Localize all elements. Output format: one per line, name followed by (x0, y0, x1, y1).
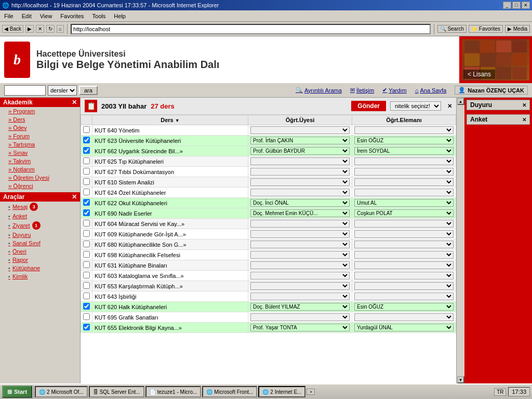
row-checkbox[interactable] (83, 282, 90, 289)
menu-view[interactable]: View (38, 12, 55, 20)
akademik-close-button[interactable]: ✕ (72, 99, 77, 106)
course-table-scroll[interactable]: Ders Öğrt.Üyesi Öğrt.Elemanı KUT 640 Yön… (81, 115, 456, 383)
back-button[interactable]: ◀ Back (2, 25, 23, 33)
ana-sayfa-link[interactable]: ⌂ Ana Sayfa (415, 87, 446, 94)
ogrt-elemani-select[interactable]: Yurdagül ÜNAL (354, 324, 454, 331)
row-checkbox[interactable] (83, 251, 90, 258)
row-checkbox[interactable] (83, 147, 90, 154)
sidebar-item-oneri[interactable]: ▪Öneri (0, 247, 80, 256)
row-checkbox[interactable] (83, 157, 90, 164)
menu-favorites[interactable]: Favorites (58, 12, 86, 20)
araclar-close-button[interactable]: ✕ (72, 193, 77, 201)
row-checkbox[interactable] (83, 126, 90, 133)
row-checkbox[interactable] (83, 189, 90, 195)
media-toolbar-button[interactable]: ▶ Media (505, 25, 530, 33)
yardim-link[interactable]: ✔ Yardım (382, 87, 407, 94)
refresh-button[interactable]: ↻ (46, 25, 55, 33)
course-header-close[interactable]: ✕ (447, 103, 452, 110)
search-button[interactable]: ara (79, 86, 98, 95)
ogrt-elemani-select[interactable] (354, 313, 454, 321)
ogrt-elemani-select[interactable]: Esin OĞUZ (354, 137, 454, 144)
sidebar-item-kutuphane[interactable]: ▪Kütüphane (0, 264, 80, 272)
ogrt-uyesi-select[interactable] (250, 189, 350, 196)
ogrt-uyesi-select[interactable]: Prof. İrfan ÇAKIN (250, 137, 350, 144)
sidebar-item-sanal-sinif[interactable]: ▪Sanal Sınıf (0, 239, 80, 247)
sidebar-item-ogrenci[interactable]: » Öğrenci (0, 182, 80, 190)
row-checkbox[interactable] (83, 241, 90, 247)
row-checkbox[interactable] (83, 168, 90, 175)
sidebar-item-anket[interactable]: ▪Anket (0, 212, 80, 220)
ogrt-elemani-select[interactable]: Coşkun POLAT (354, 209, 454, 217)
ogrt-elemani-select[interactable] (354, 126, 454, 134)
duyuru-close-button[interactable]: ✕ (522, 102, 526, 108)
menu-help[interactable]: Help (112, 12, 128, 20)
row-checkbox[interactable] (83, 272, 90, 278)
menu-file[interactable]: File (2, 12, 16, 20)
sidebar-item-sinav[interactable]: » Sınav (0, 149, 80, 157)
ogrt-elemani-select[interactable] (354, 178, 454, 186)
sidebar-item-notlarim[interactable]: » Notlarım (0, 165, 80, 174)
ogrt-uyesi-select[interactable] (250, 126, 350, 134)
ogrt-elemani-select[interactable] (354, 292, 454, 300)
sidebar-item-mesaj[interactable]: ▪Mesaj 3 (0, 202, 80, 212)
sidebar-item-program[interactable]: » Program (0, 107, 80, 115)
row-checkbox[interactable] (83, 303, 90, 310)
sidebar-item-forum[interactable]: » Forum (0, 132, 80, 140)
sidebar-item-ders[interactable]: » Ders (0, 115, 80, 124)
ogrt-uyesi-select[interactable]: Doç. Mehmet Emin KÜÇÜ... (250, 209, 350, 217)
ogrt-elemani-select[interactable] (354, 272, 454, 280)
sidebar-item-tartisma[interactable]: » Tartışma (0, 140, 80, 149)
address-bar[interactable] (71, 24, 431, 34)
search-category-select[interactable]: dersler üyeler forum (48, 85, 77, 96)
ogrt-elemani-select[interactable] (354, 261, 454, 269)
ogrt-uyesi-select[interactable] (250, 220, 350, 228)
sidebar-item-odev[interactable]: » Ödev (0, 124, 80, 132)
row-checkbox[interactable] (83, 199, 90, 206)
ogrt-uyesi-select[interactable] (250, 292, 350, 300)
search-toolbar-button[interactable]: 🔍 Search (437, 25, 467, 33)
ogrt-elemani-select[interactable] (354, 220, 454, 228)
iletisim-link[interactable]: ✉ İletişim (350, 87, 374, 94)
row-checkbox[interactable] (83, 261, 90, 268)
ogrt-elemani-select[interactable]: Umut AL (354, 199, 454, 207)
minimize-button[interactable]: _ (503, 2, 511, 9)
ogrt-uyesi-select[interactable]: Doç. İnci ÖNAL (250, 199, 350, 207)
menu-edit[interactable]: Edit (20, 12, 34, 20)
taskbar-item-1[interactable]: 🗄 SQL Server Ent... (89, 386, 144, 397)
sidebar-item-takvim[interactable]: » Takvim (0, 157, 80, 165)
ogrt-uyesi-select[interactable]: Doç. Bülent YILMAZ (250, 303, 350, 311)
ogrt-elemani-select[interactable] (354, 251, 454, 259)
start-button[interactable]: ⊞ Start (2, 385, 32, 398)
scroll-up-button[interactable]: ▲ (457, 98, 464, 105)
stop-button[interactable]: ✕ (36, 25, 44, 33)
ogrt-elemani-select[interactable]: İrem SOYDAL (354, 147, 454, 155)
sidebar-item-ziyaret[interactable]: ▪Ziyaret 1 (0, 220, 80, 231)
gondir-button[interactable]: Gönder (351, 101, 386, 111)
row-checkbox[interactable] (83, 324, 90, 330)
taskbar-overflow[interactable]: » (307, 389, 315, 395)
ogrt-elemani-select[interactable] (354, 157, 454, 165)
taskbar-item-4[interactable]: 🌐 2 Internet E... (258, 386, 305, 397)
ogrt-elemani-select[interactable] (354, 189, 454, 196)
forward-button[interactable]: ▶ (25, 25, 34, 33)
taskbar-item-2[interactable]: 📄 tezuze1 - Micro... (145, 386, 202, 397)
close-button[interactable]: ✕ (522, 2, 530, 9)
ogrt-elemani-select[interactable] (354, 241, 454, 248)
sidebar-item-ogretim-uyesi[interactable]: » Öğretim Üyesi (0, 174, 80, 182)
ogrt-uyesi-select[interactable] (250, 157, 350, 165)
ogrt-elemani-select[interactable] (354, 282, 454, 290)
ogrt-uyesi-select[interactable] (250, 272, 350, 280)
sidebar-item-duyuru[interactable]: ▪Duyuru (0, 231, 80, 239)
ogrt-elemani-select[interactable]: Esin OĞUZ (354, 303, 454, 311)
nitelik-select[interactable]: nitelik seçiniz! (390, 101, 441, 111)
maximize-button[interactable]: □ (512, 2, 521, 9)
row-checkbox[interactable] (83, 230, 90, 237)
ogrt-uyesi-select[interactable] (250, 313, 350, 321)
lisans-badge[interactable]: < Lisans (463, 70, 495, 79)
row-checkbox[interactable] (83, 178, 90, 185)
search-input[interactable] (4, 85, 46, 96)
vertical-scrollbar[interactable]: ▲ ▼ (456, 98, 464, 383)
ogrt-uyesi-select[interactable] (250, 230, 350, 238)
taskbar-item-0[interactable]: 🌐 2 Microsoft Of... (35, 386, 88, 397)
title-bar-controls[interactable]: _ □ ✕ (503, 2, 530, 9)
